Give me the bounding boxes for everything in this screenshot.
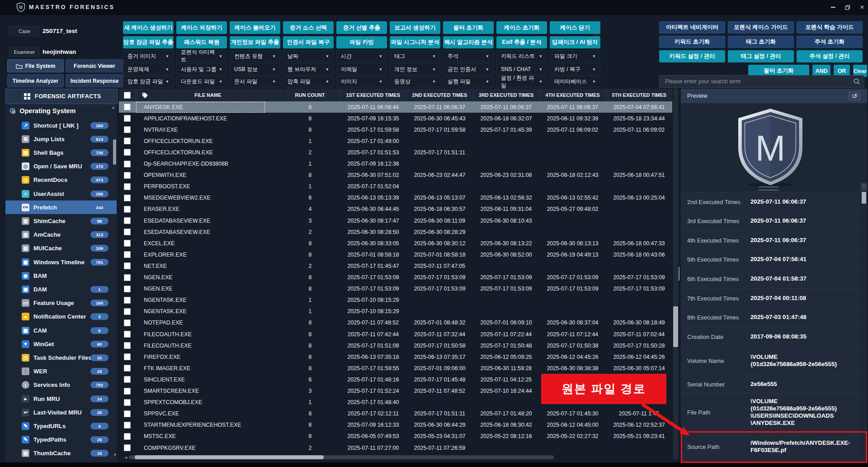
filter-dropdown[interactable]: 다운로드 파일▼	[176, 76, 227, 87]
filter-dropdown[interactable]: 웹 브라우저▼	[283, 63, 334, 75]
sidebar-item-winget[interactable]: ▼WinGet60	[5, 337, 117, 351]
tool-button[interactable]: 태그 초기화	[728, 36, 794, 48]
row-checkbox[interactable]	[124, 183, 131, 190]
filter-dropdown[interactable]: 카빙 / 복구▼	[550, 63, 600, 75]
command-button[interactable]: 암호 잠금 파일 추출	[123, 36, 174, 48]
sidebar-scrollbar-thumb[interactable]	[113, 139, 116, 165]
command-button[interactable]: 케이스 초기화	[496, 21, 547, 34]
filter-dropdown[interactable]: 공인 인증서▼	[443, 63, 494, 75]
sidebar-item-last-visited-mru[interactable]: ↩Last-Visited MRU20	[5, 405, 117, 419]
table-row[interactable]: OPENWITH.EXE82025-06-30 07:51:022025-06-…	[119, 170, 672, 181]
row-checkbox[interactable]	[124, 444, 131, 451]
table-scroll-left-icon[interactable]: ◄	[124, 455, 128, 460]
column-header-1[interactable]: RUN COUNT	[280, 89, 340, 101]
row-checkbox[interactable]	[124, 433, 131, 440]
filter-dropdown[interactable]: 이메일▼	[336, 63, 387, 75]
row-checkbox[interactable]	[124, 262, 131, 269]
table-row[interactable]: NGEN.EXE82025-07-17 01:53:092025-07-17 0…	[119, 272, 672, 283]
sidebar-item-shortcut-lnk[interactable]: ↗Shortcut [ LNK ]160	[5, 119, 117, 132]
command-button[interactable]: 인증서 파일 복구	[283, 36, 334, 48]
filter-dropdown[interactable]: 사용자 및 그룹▼	[176, 63, 227, 75]
table-row[interactable]: APPLICATIONFRAMEHOST.EXE82025-07-09 16:1…	[119, 113, 672, 124]
command-button[interactable]: 보고서 생성하기	[390, 21, 440, 34]
filter-dropdown[interactable]: 컨텐츠 유형▼	[230, 50, 280, 62]
minimize-button[interactable]	[827, 4, 839, 11]
sidebar-item-bam[interactable]: ◉BAM	[5, 269, 117, 282]
row-checkbox[interactable]	[124, 195, 131, 201]
filter-dropdown[interactable]: 날짜▼	[283, 50, 334, 62]
command-button[interactable]: 케이스 불러오기	[230, 21, 280, 34]
column-header-3[interactable]: 2ND EXECUTED TIMES	[406, 89, 472, 101]
table-row[interactable]: SPPSVC.EXE82025-07-17 02:12:112025-07-17…	[119, 408, 672, 419]
sidebar-item-prefetch[interactable]: EXEPrefetch244	[5, 200, 117, 214]
table-horizontal-scrollbar-thumb[interactable]	[135, 455, 324, 459]
sidebar-item-run-mru[interactable]: ▸Run MRU14	[5, 392, 117, 405]
filter-dropdown[interactable]: 실행 파일▼	[443, 76, 494, 87]
filter-dropdown[interactable]: 증거 이미지▼	[123, 50, 174, 62]
row-checkbox[interactable]	[124, 399, 131, 406]
table-row[interactable]: MSTSC.EXE82025-06-05 07:49:532025-05-23 …	[119, 431, 672, 442]
sidebar-item-shell-bags[interactable]: ▤Shell Bags735	[5, 146, 117, 159]
tool-button[interactable]: 주석 설정 / 관리	[797, 50, 863, 62]
sidebar-item-open-save-mru[interactable]: ◎Open / Save MRU170	[5, 160, 117, 173]
table-row[interactable]: FILECOAUTH.EXE82025-07-17 01:51:082025-0…	[119, 340, 672, 351]
preview-divider-handle[interactable]	[759, 186, 778, 191]
filter-dropdown[interactable]: 동영상▼	[390, 76, 440, 87]
table-row[interactable]: Op-SEARCHAPP.EXE-DD93808B12025-07-09 16:…	[119, 158, 672, 170]
filter-dropdown[interactable]: 키워드 리스트▼	[496, 50, 547, 62]
sidebar-item-task-scheduler-files[interactable]: ◷Task Scheduler Files32	[5, 351, 117, 364]
row-checkbox[interactable]	[124, 297, 131, 304]
sidebar-item-cam[interactable]: ▦CAM5	[5, 324, 117, 337]
nav-file-system-button[interactable]: File System	[7, 59, 64, 72]
table-row[interactable]: FIREFOX.EXE82025-06-13 07:35:182025-06-1…	[119, 351, 672, 362]
command-button[interactable]: 해시 알고리즘 분석	[443, 36, 494, 48]
table-row[interactable]: FTK IMAGER.EXE82025-07-17 01:59:552025-0…	[119, 362, 672, 374]
table-row[interactable]: ESEDATABASEVIEW.EXE22025-06-30 08:28:502…	[119, 226, 672, 238]
table-row[interactable]: NVTRAY.EXE82025-07-17 01:59:582025-07-17…	[119, 124, 672, 135]
tool-button[interactable]: 포렌식 케이스 가이드	[728, 21, 794, 33]
filter-dropdown[interactable]: 시간▼	[336, 50, 387, 62]
row-checkbox[interactable]	[124, 240, 131, 247]
filter-dropdown[interactable]: 개인 정보▼	[390, 63, 440, 75]
column-header-5[interactable]: 4TH EXECUTED TIMES	[539, 89, 606, 101]
search-icon[interactable]	[853, 78, 860, 85]
table-row[interactable]: OFFICECLICKTORUN.EXE12025-07-17 01:49:00	[119, 135, 672, 147]
sidebar-item-thumbcache[interactable]: ▧ThumbCache15	[5, 447, 117, 460]
row-checkbox[interactable]	[124, 149, 131, 156]
sidebar-item-notification-center[interactable]: ●Notification Center3	[5, 310, 117, 324]
row-checkbox[interactable]	[124, 251, 131, 258]
command-button[interactable]: 증거 소스 선택	[283, 21, 334, 34]
sidebar-item-userassist[interactable]: ≡UserAssist295	[5, 187, 117, 200]
sidebar-item-muicache[interactable]: ▥MUICache159	[5, 242, 117, 255]
table-row[interactable]: NET.EXE22025-07-17 01:45:472025-07-11 07…	[119, 260, 672, 272]
sidebar-item-windows-timeline[interactable]: ▦Windows Timeline791	[5, 255, 117, 269]
row-checkbox[interactable]	[124, 229, 131, 235]
row-checkbox[interactable]	[124, 217, 131, 224]
row-checkbox[interactable]	[124, 308, 131, 315]
row-checkbox[interactable]	[124, 410, 131, 417]
column-header-2[interactable]: 1ST EXECUTED TIMES	[340, 89, 406, 101]
command-button[interactable]: 딥페이크 / AI 탐지	[550, 36, 600, 48]
row-checkbox[interactable]	[124, 388, 131, 395]
select-all-checkbox[interactable]	[124, 92, 131, 99]
row-checkbox[interactable]	[124, 331, 131, 338]
table-row[interactable]: NOTEPAD.EXE82025-07-11 07:48:522025-07-0…	[119, 317, 672, 329]
command-button[interactable]: 파일 시그니처 분석	[390, 36, 440, 48]
table-row[interactable]: NGEN.EXE82025-07-17 01:53:092025-07-17 0…	[119, 283, 672, 295]
search-input[interactable]	[664, 76, 847, 87]
sidebar-item-dam[interactable]: ▣DAM1	[5, 282, 117, 296]
tool-button[interactable]: 키워드 초기화	[659, 36, 725, 48]
command-button[interactable]: 새 케이스 생성하기	[123, 21, 174, 34]
filter-dropdown[interactable]: 이미지▼	[336, 76, 387, 87]
table-vertical-scrollbar[interactable]	[673, 89, 678, 459]
command-button[interactable]: 증거 선별 추출	[336, 21, 387, 34]
row-checkbox[interactable]	[124, 353, 131, 360]
command-button[interactable]: Exif 추출 / 분석	[496, 36, 547, 48]
tool-button[interactable]: 키워드 설정 / 관리	[659, 50, 725, 62]
row-checkbox[interactable]	[124, 319, 131, 326]
filter-dropdown[interactable]: USB 정보▼	[230, 63, 280, 75]
nav-timeline-analyzer-button[interactable]: Timeline Analyzer	[7, 74, 64, 87]
row-checkbox[interactable]	[124, 376, 131, 383]
row-checkbox[interactable]	[124, 206, 131, 213]
filter-dropdown[interactable]: 압축 파일▼	[283, 76, 334, 87]
